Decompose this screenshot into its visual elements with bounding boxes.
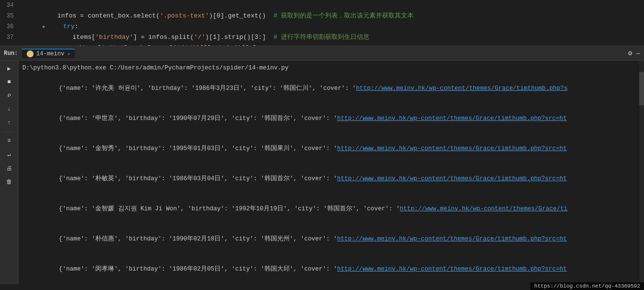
scroll-end-button[interactable]: ↓ [3,103,15,115]
minimize-icon[interactable]: — [636,50,640,57]
code-editor: 34 infos = content_box.select('.posts-te… [0,0,644,46]
status-url: https://blog.csdn.net/qq-43369592 [534,283,640,289]
output-text-7: {'name': '闵孝琳', 'birthday': '1986年02月05日… [22,255,567,284]
output-line-4: {'name': '朴敏英', 'birthday': '1986年03月04日… [18,164,638,194]
run-header: Run: 14-meinv ✕ ⚙ — [0,46,644,61]
settings-button[interactable]: ↵ [3,149,15,160]
status-bar: https://blog.csdn.net/qq-43369592 [530,282,644,290]
code-line-34: 34 infos = content_box.select('.posts-te… [0,0,644,11]
output-line-2: {'name': '申世京', 'birthday': '1990年07月29日… [18,103,638,134]
output-scrollbar[interactable] [639,61,644,284]
run-tab[interactable]: 14-meinv ✕ [22,49,75,58]
gear-icon[interactable]: ⚙ [628,49,632,57]
run-outer: ▶ ■ ↺ ↓ ↑ ≡ ↵ 🖨 🗑 D:\python3.8\python.ex… [0,61,644,284]
output-line-6: {'name': '朴信惠', 'birthday': '1990年02月18日… [18,224,638,254]
output-text-6: {'name': '朴信惠', 'birthday': '1990年02月18日… [22,224,567,254]
output-line-3: {'name': '金智秀', 'birthday': '1995年01月03日… [18,134,638,164]
line-number-37: 37 [0,32,19,43]
run-tab-close[interactable]: ✕ [67,51,70,57]
run-button[interactable]: ▶ [3,63,15,74]
print-button[interactable]: 🖨 [3,162,15,174]
output-text-1: {'name': '许允美 허윤미', 'birthday': '1986年3月… [22,74,568,103]
output-path-content: D:\python3.8\python.exe C:/Users/admin/P… [22,63,289,73]
line-content-37: ● items['city'] = infos.split('/')[2].st… [19,32,257,46]
run-sidebar: ▶ ■ ↺ ↓ ↑ ≡ ↵ 🖨 🗑 [0,61,18,284]
code-line-36: 36 items['birthday'] = infos.split('/')[… [0,21,644,32]
soft-wrap-button[interactable]: ≡ [3,135,15,147]
output-text-5: {'name': '金智媛 김지원 Kim Ji Won', 'birthday… [22,194,568,223]
output-path-line: D:\python3.8\python.exe C:/Users/admin/P… [18,63,638,73]
line-number-36: 36 [0,21,19,32]
line-number-35: 35 [0,11,19,21]
output-text-4: {'name': '朴敏英', 'birthday': '1986年03月04日… [22,164,567,193]
output-area[interactable]: D:\python3.8\python.exe C:/Users/admin/P… [18,61,644,284]
output-text-3: {'name': '金智秀', 'birthday': '1995年01月03日… [22,134,567,163]
scroll-start-button[interactable]: ↑ [3,117,15,129]
rerun-button[interactable]: ↺ [3,90,15,102]
run-tab-icon [27,51,34,57]
output-scroll-thumb[interactable] [639,72,644,105]
run-label: Run: [4,50,18,57]
run-tab-label: 14-meinv [36,51,65,57]
output-line-5: {'name': '金智媛 김지원 Kim Ji Won', 'birthday… [18,194,638,224]
output-text-2: {'name': '申世京', 'birthday': '1990年07月29日… [22,104,567,133]
output-line-7: {'name': '闵孝琳', 'birthday': '1986年02月05日… [18,254,638,284]
line-number-34: 34 [0,0,19,11]
toolbar-sep1 [4,132,14,132]
clear-button[interactable]: 🗑 [3,176,15,188]
output-line-1: {'name': '许允美 허윤미', 'birthday': '1986年3月… [18,73,638,103]
stop-button[interactable]: ■ [3,76,15,88]
run-panel: Run: 14-meinv ✕ ⚙ — ▶ ■ ↺ ↓ ↑ ≡ ↵ 🖨 🗑 [0,46,644,284]
